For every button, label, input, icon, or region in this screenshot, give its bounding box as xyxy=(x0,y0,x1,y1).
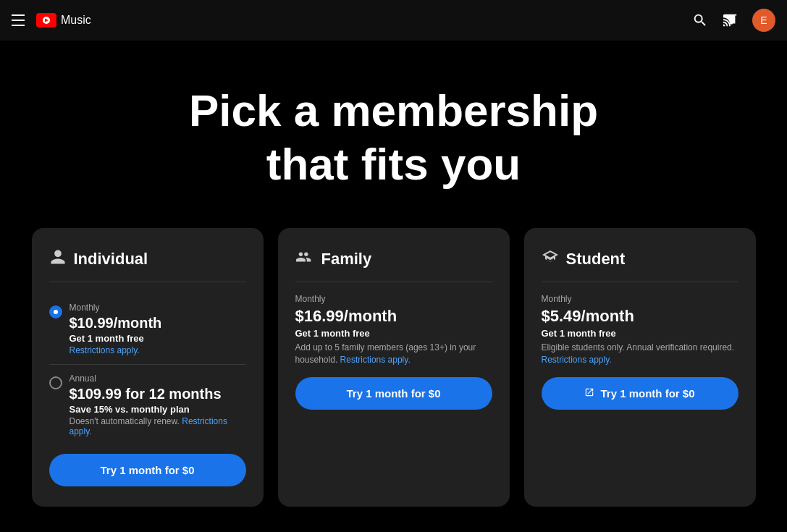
student-plan-title: Student xyxy=(566,250,626,269)
family-desc: Add up to 5 family members (ages 13+) in… xyxy=(295,342,492,366)
family-restrictions-link[interactable]: Restrictions apply. xyxy=(340,355,411,365)
individual-annual-label: Annual xyxy=(70,373,246,384)
individual-monthly-radio[interactable] xyxy=(49,305,62,318)
family-free-text: Get 1 month free xyxy=(295,328,492,339)
brand-name: Music xyxy=(61,14,91,27)
student-restrictions-link[interactable]: Restrictions apply. xyxy=(542,355,612,365)
student-divider xyxy=(542,282,738,282)
family-monthly-label: Monthly xyxy=(295,294,492,304)
student-desc: Eligible students only. Annual verificat… xyxy=(542,342,738,366)
individual-monthly-option[interactable]: Monthly $10.99/month Get 1 month free Re… xyxy=(49,294,246,364)
brand[interactable]: Music xyxy=(36,13,91,28)
plans-section: Individual Monthly $10.99/month Get 1 mo… xyxy=(0,228,787,532)
family-plan-card: Family Monthly $16.99/month Get 1 month … xyxy=(278,228,510,507)
individual-annual-radio[interactable] xyxy=(49,376,62,389)
family-plan-header: Family xyxy=(295,248,492,270)
student-price: $5.49/month xyxy=(542,307,738,326)
individual-monthly-restrictions-link[interactable]: Restrictions apply. xyxy=(70,345,140,355)
hero-heading: Pick a membership that fits you xyxy=(14,84,773,192)
student-monthly-label: Monthly xyxy=(542,294,738,304)
individual-annual-desc: Doesn't automatically renew. Restriction… xyxy=(70,416,246,436)
student-plan-card: Student Monthly $5.49/month Get 1 month … xyxy=(524,228,756,507)
individual-annual-details: Annual $109.99 for 12 months Save 15% vs… xyxy=(70,373,246,436)
student-cta-label: Try 1 month for $0 xyxy=(600,387,694,400)
navbar: Music E xyxy=(0,0,787,41)
individual-monthly-desc: Restrictions apply. xyxy=(70,345,246,355)
individual-monthly-free: Get 1 month free xyxy=(70,333,246,344)
hero-section: Pick a membership that fits you xyxy=(0,41,787,228)
hero-line1: Pick a membership xyxy=(189,85,598,135)
hero-line2: that fits you xyxy=(266,139,521,189)
nav-left: Music xyxy=(12,13,91,28)
individual-plan-header: Individual xyxy=(49,248,246,270)
family-plan-icon xyxy=(295,248,314,270)
individual-cta-button[interactable]: Try 1 month for $0 xyxy=(49,454,246,486)
avatar[interactable]: E xyxy=(752,9,775,32)
nav-right: E xyxy=(691,9,775,32)
hamburger-icon[interactable] xyxy=(12,14,25,26)
external-link-icon xyxy=(584,387,594,400)
search-icon[interactable] xyxy=(691,12,709,29)
individual-annual-option[interactable]: Annual $109.99 for 12 months Save 15% vs… xyxy=(49,364,246,445)
student-plan-icon xyxy=(542,248,559,270)
cast-icon[interactable] xyxy=(722,12,739,29)
individual-monthly-price: $10.99/month xyxy=(70,315,246,332)
family-plan-title: Family xyxy=(321,250,372,269)
individual-plan-icon xyxy=(49,248,67,270)
individual-plan-title: Individual xyxy=(74,250,148,269)
youtube-music-logo xyxy=(36,13,56,28)
family-divider xyxy=(295,282,492,282)
student-pricing: Monthly $5.49/month Get 1 month free Eli… xyxy=(542,294,738,366)
individual-monthly-label: Monthly xyxy=(70,303,246,313)
family-pricing: Monthly $16.99/month Get 1 month free Ad… xyxy=(295,294,492,366)
individual-annual-price: $109.99 for 12 months xyxy=(70,386,246,402)
student-cta-button[interactable]: Try 1 month for $0 xyxy=(542,377,738,410)
student-plan-header: Student xyxy=(542,248,738,270)
individual-monthly-details: Monthly $10.99/month Get 1 month free Re… xyxy=(70,303,246,355)
individual-divider xyxy=(49,282,246,282)
student-free-text: Get 1 month free xyxy=(542,328,738,339)
individual-annual-free: Save 15% vs. monthly plan xyxy=(70,404,246,415)
family-price: $16.99/month xyxy=(295,307,492,326)
family-cta-button[interactable]: Try 1 month for $0 xyxy=(295,377,492,410)
individual-plan-card: Individual Monthly $10.99/month Get 1 mo… xyxy=(32,228,264,507)
